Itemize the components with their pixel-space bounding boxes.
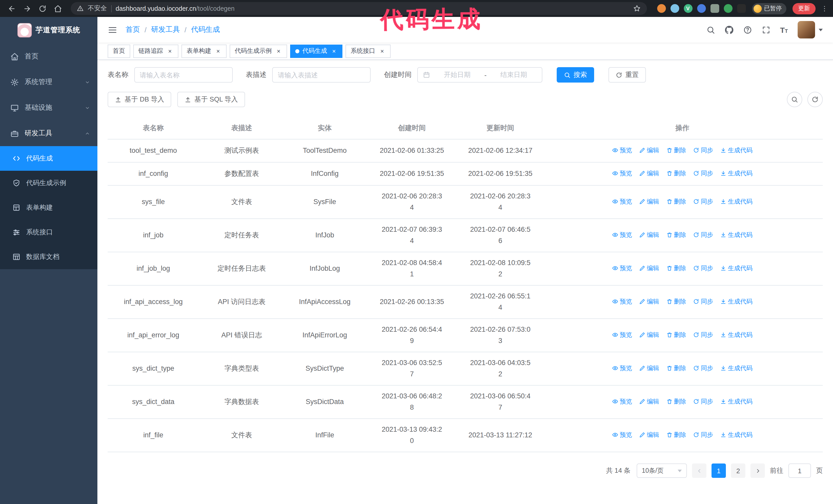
tab-system-api[interactable]: 系统接口 (346, 44, 390, 58)
preview-link[interactable]: 预览 (612, 229, 632, 240)
tab-home[interactable]: 首页 (108, 44, 130, 58)
close-icon[interactable] (379, 48, 385, 54)
next-page-button[interactable] (751, 463, 765, 478)
import-sql-button[interactable]: 基于 SQL 导入 (177, 92, 245, 107)
delete-link[interactable]: 删除 (666, 362, 686, 374)
delete-link[interactable]: 删除 (666, 429, 686, 440)
generate-code-link[interactable]: 生成代码 (720, 396, 753, 407)
preview-link[interactable]: 预览 (612, 168, 632, 179)
extension-icon[interactable] (723, 4, 732, 13)
delete-link[interactable]: 删除 (666, 296, 686, 307)
toggle-search-button[interactable] (787, 92, 802, 107)
generate-code-link[interactable]: 生成代码 (720, 329, 753, 340)
generate-code-link[interactable]: 生成代码 (720, 229, 753, 240)
generate-code-link[interactable]: 生成代码 (720, 196, 753, 207)
page-size-select[interactable]: 10条/页 (637, 463, 687, 478)
import-db-button[interactable]: 基于 DB 导入 (108, 92, 171, 107)
user-menu[interactable] (798, 21, 823, 39)
extension-icon[interactable] (710, 4, 719, 13)
sidebar-item-system[interactable]: 系统管理 (0, 69, 97, 95)
sidebar-item-infra[interactable]: 基础设施 (0, 95, 97, 120)
generate-code-link[interactable]: 生成代码 (720, 362, 753, 374)
edit-link[interactable]: 编辑 (639, 329, 659, 340)
edit-link[interactable]: 编辑 (639, 168, 659, 179)
generate-code-link[interactable]: 生成代码 (720, 429, 753, 440)
delete-link[interactable]: 删除 (666, 196, 686, 207)
back-button[interactable] (5, 2, 19, 15)
prev-page-button[interactable] (692, 463, 706, 478)
sync-link[interactable]: 同步 (693, 362, 713, 374)
breadcrumb-home[interactable]: 首页 (125, 25, 140, 34)
table-name-input[interactable] (134, 67, 233, 82)
sync-link[interactable]: 同步 (693, 168, 713, 179)
sidebar-item-db-docs[interactable]: 数据库文档 (0, 245, 97, 269)
close-icon[interactable] (331, 48, 337, 54)
github-icon[interactable] (724, 25, 733, 34)
extension-icon[interactable] (670, 4, 679, 13)
help-icon[interactable] (743, 25, 752, 34)
close-icon[interactable] (275, 48, 282, 54)
sidebar-item-form-builder[interactable]: 表单构建 (0, 195, 97, 220)
delete-link[interactable]: 删除 (666, 263, 686, 274)
sync-link[interactable]: 同步 (693, 329, 713, 340)
sync-link[interactable]: 同步 (693, 396, 713, 407)
extension-icon[interactable] (657, 4, 666, 13)
app-logo[interactable]: 芋道管理系统 (0, 17, 97, 44)
preview-link[interactable]: 预览 (612, 196, 632, 207)
preview-link[interactable]: 预览 (612, 362, 632, 374)
table-desc-input[interactable] (272, 67, 371, 82)
delete-link[interactable]: 删除 (666, 329, 686, 340)
search-button[interactable]: 搜索 (557, 67, 594, 82)
bookmark-star-icon[interactable] (633, 5, 641, 12)
reset-button[interactable]: 重置 (609, 67, 646, 82)
forward-button[interactable] (21, 2, 34, 15)
edit-link[interactable]: 编辑 (639, 296, 659, 307)
edit-link[interactable]: 编辑 (639, 396, 659, 407)
generate-code-link[interactable]: 生成代码 (720, 145, 753, 156)
hamburger-icon[interactable] (108, 25, 117, 34)
tab-form-builder[interactable]: 表单构建 (182, 44, 227, 58)
edit-link[interactable]: 编辑 (639, 196, 659, 207)
sync-link[interactable]: 同步 (693, 145, 713, 156)
page-button-2[interactable]: 2 (731, 463, 745, 478)
reload-button[interactable] (36, 2, 49, 15)
preview-link[interactable]: 预览 (612, 329, 632, 340)
tab-codegen-example[interactable]: 代码生成示例 (230, 44, 287, 58)
sidebar-item-devtools[interactable]: 研发工具 (0, 120, 97, 146)
goto-page-input[interactable] (788, 463, 811, 478)
breadcrumb-devtools[interactable]: 研发工具 (151, 25, 180, 34)
sidebar-item-system-api[interactable]: 系统接口 (0, 220, 97, 245)
sidebar-item-codegen[interactable]: 代码生成 (0, 146, 97, 171)
edit-link[interactable]: 编辑 (639, 362, 659, 374)
fullscreen-icon[interactable] (761, 25, 770, 34)
edit-link[interactable]: 编辑 (639, 429, 659, 440)
profile-chip[interactable]: 已暂停 (752, 3, 786, 14)
date-range-picker[interactable]: 开始日期 - 结束日期 (417, 67, 542, 82)
browser-update-button[interactable]: 更新 (792, 3, 815, 14)
home-button[interactable] (51, 2, 65, 15)
preview-link[interactable]: 预览 (612, 263, 632, 274)
preview-link[interactable]: 预览 (612, 296, 632, 307)
address-bar[interactable]: 不安全 dashboard.yudao.iocoder.cn/tool/code… (71, 2, 647, 15)
generate-code-link[interactable]: 生成代码 (720, 296, 753, 307)
sync-link[interactable]: 同步 (693, 296, 713, 307)
search-icon[interactable] (706, 25, 715, 34)
sidebar-item-codegen-example[interactable]: 代码生成示例 (0, 171, 97, 195)
edit-link[interactable]: 编辑 (639, 263, 659, 274)
browser-menu-icon[interactable] (821, 5, 828, 12)
generate-code-link[interactable]: 生成代码 (720, 263, 753, 274)
delete-link[interactable]: 删除 (666, 168, 686, 179)
delete-link[interactable]: 删除 (666, 396, 686, 407)
close-icon[interactable] (167, 48, 173, 54)
refresh-table-button[interactable] (807, 92, 823, 107)
generate-code-link[interactable]: 生成代码 (720, 168, 753, 179)
tab-trace[interactable]: 链路追踪 (133, 44, 178, 58)
tab-codegen[interactable]: 代码生成 (290, 44, 342, 58)
sync-link[interactable]: 同步 (693, 263, 713, 274)
edit-link[interactable]: 编辑 (639, 145, 659, 156)
font-size-icon[interactable]: TT (780, 26, 788, 33)
vue-devtools-icon[interactable] (684, 4, 692, 13)
edit-link[interactable]: 编辑 (639, 229, 659, 240)
puzzle-extension-icon[interactable] (737, 4, 745, 13)
close-icon[interactable] (215, 48, 221, 54)
